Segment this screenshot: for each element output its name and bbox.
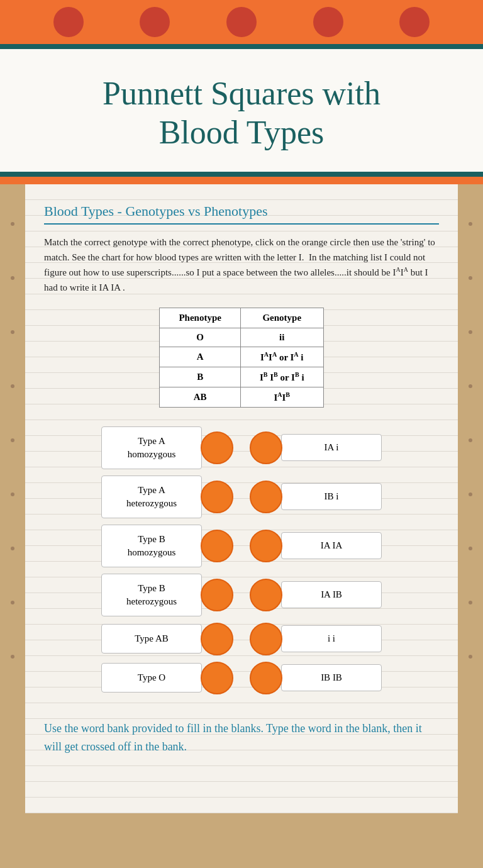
- banner-circle-2: [140, 7, 170, 37]
- pair-right-2: IB i: [281, 483, 382, 510]
- margin-dot: [11, 492, 14, 496]
- banner-circle-5: [399, 7, 430, 37]
- pair-circle-left-6[interactable]: [201, 662, 233, 694]
- margin-dot: [469, 384, 472, 388]
- title-section: Punnett Squares with Blood Types: [0, 49, 483, 172]
- banner-circle-1: [53, 7, 84, 37]
- margin-dot: [11, 222, 14, 226]
- phenotype-A: A: [160, 347, 241, 367]
- margin-dot: [469, 492, 472, 496]
- left-margin: [0, 184, 25, 813]
- margin-dot: [469, 655, 472, 659]
- banner-circle-3: [226, 7, 257, 37]
- pair-row-3: Type Bhomozygous IA IA: [44, 525, 439, 567]
- pair-circle-right-4[interactable]: [250, 579, 282, 611]
- teal-divider-top: [0, 44, 483, 49]
- pair-left-4: Type Bheterozygous: [101, 574, 202, 616]
- margin-dot: [11, 330, 14, 334]
- pair-left-5: Type AB: [101, 624, 202, 654]
- main-content: Blood Types - Genotypes vs Phenotypes Ma…: [0, 184, 483, 813]
- pair-circle-left-3[interactable]: [201, 530, 233, 562]
- margin-dot: [11, 655, 14, 659]
- content-area: Blood Types - Genotypes vs Phenotypes Ma…: [25, 184, 458, 813]
- margin-dot: [469, 601, 472, 604]
- pair-row-1: Type Ahomozygous IA i: [44, 426, 439, 469]
- pair-circle-left-5[interactable]: [201, 623, 233, 655]
- table-header-phenotype: Phenotype: [160, 308, 241, 328]
- right-margin: [458, 184, 483, 813]
- pair-left-1: Type Ahomozygous: [101, 426, 202, 469]
- pair-right-3: IA IA: [281, 532, 382, 559]
- phenotype-AB: AB: [160, 387, 241, 407]
- pair-left-3: Type Bhomozygous: [101, 525, 202, 567]
- right-margin-dots: [458, 184, 483, 659]
- genotype-AB: IAIB: [240, 387, 323, 407]
- pair-circle-left-1[interactable]: [201, 431, 233, 464]
- table-row: B IB IB or IB i: [160, 367, 323, 387]
- matching-pairs: Type Ahomozygous IA i Type Aheterozygous…: [44, 426, 439, 694]
- genotype-B: IB IB or IB i: [240, 367, 323, 387]
- page-title: Punnett Squares with Blood Types: [38, 74, 445, 153]
- orange-bar: [0, 177, 483, 184]
- pair-left-6: Type O: [101, 663, 202, 693]
- pair-circle-left-2[interactable]: [201, 481, 233, 513]
- margin-dot: [469, 222, 472, 226]
- genotype-A: IAIA or IA i: [240, 347, 323, 367]
- margin-dot: [469, 438, 472, 442]
- top-banner: [0, 0, 483, 44]
- margin-dot: [11, 384, 14, 388]
- pair-right-5: i i: [281, 625, 382, 652]
- pair-circle-right-1[interactable]: [250, 431, 282, 464]
- pair-circle-left-4[interactable]: [201, 579, 233, 611]
- margin-dot: [11, 438, 14, 442]
- table-row: O ii: [160, 328, 323, 347]
- table-row: AB IAIB: [160, 387, 323, 407]
- pair-right-1: IA i: [281, 434, 382, 461]
- bottom-instructions: Use the word bank provided to fill in th…: [44, 713, 439, 762]
- description-text: Match the correct genotype with the corr…: [44, 235, 439, 295]
- pair-row-6: Type O IB IB: [44, 662, 439, 694]
- margin-dot: [11, 547, 14, 550]
- margin-dot: [469, 330, 472, 334]
- genotype-O: ii: [240, 328, 323, 347]
- pair-row-2: Type Aheterozygous IB i: [44, 476, 439, 518]
- pair-circle-right-6[interactable]: [250, 662, 282, 694]
- phenotype-O: O: [160, 328, 241, 347]
- margin-dot: [469, 547, 472, 550]
- pair-left-2: Type Aheterozygous: [101, 476, 202, 518]
- pair-right-4: IA IB: [281, 581, 382, 608]
- instructions-text: Use the word bank provided to fill in th…: [44, 720, 439, 756]
- table-row: A IAIA or IA i: [160, 347, 323, 367]
- pair-circle-right-5[interactable]: [250, 623, 282, 655]
- pair-row-5: Type AB i i: [44, 623, 439, 655]
- pair-circle-right-3[interactable]: [250, 530, 282, 562]
- pair-circle-right-2[interactable]: [250, 481, 282, 513]
- margin-dot: [469, 276, 472, 280]
- teal-divider-bottom: [0, 172, 483, 177]
- section-title: Blood Types - Genotypes vs Phenotypes: [44, 203, 439, 225]
- margin-dot: [11, 276, 14, 280]
- left-margin-dots: [0, 184, 25, 659]
- table-header-genotype: Genotype: [240, 308, 323, 328]
- pair-right-6: IB IB: [281, 664, 382, 691]
- margin-dot: [11, 601, 14, 604]
- phenotype-B: B: [160, 367, 241, 387]
- banner-circle-4: [313, 7, 343, 37]
- pair-row-4: Type Bheterozygous IA IB: [44, 574, 439, 616]
- blood-type-table: Phenotype Genotype O ii A IAIA or IA i B…: [159, 308, 323, 408]
